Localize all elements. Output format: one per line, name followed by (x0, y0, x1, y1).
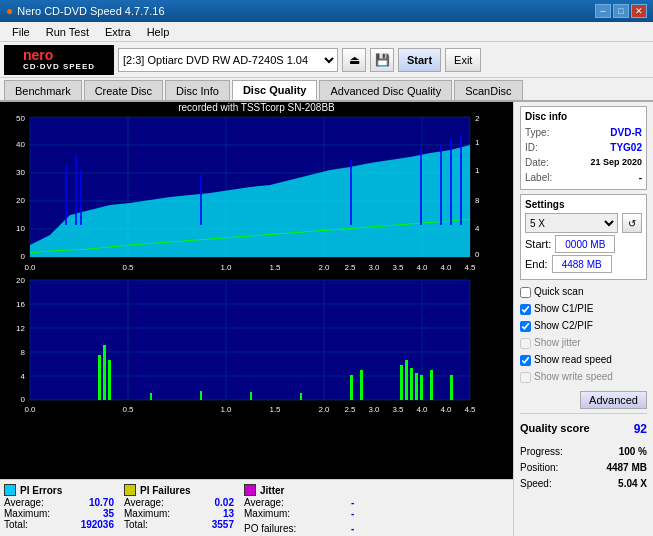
svg-rect-77 (200, 391, 202, 400)
tab-disc-quality[interactable]: Disc Quality (232, 80, 318, 100)
svg-rect-45 (30, 280, 470, 400)
svg-rect-74 (430, 370, 433, 400)
svg-text:2.5: 2.5 (344, 263, 356, 272)
maximize-button[interactable]: □ (613, 4, 629, 18)
svg-text:1.5: 1.5 (269, 405, 281, 414)
svg-rect-67 (350, 375, 353, 400)
drive-selector[interactable]: [2:3] Optiarc DVD RW AD-7240S 1.04 (118, 48, 338, 72)
show-read-speed-checkbox[interactable] (520, 355, 531, 366)
title-bar: ● Nero CD-DVD Speed 4.7.7.16 – □ ✕ (0, 0, 653, 22)
show-c2-checkbox[interactable] (520, 321, 531, 332)
jitter-label: Jitter (260, 485, 284, 496)
save-icon[interactable]: 💾 (370, 48, 394, 72)
jitter-max-value: - (304, 508, 354, 519)
svg-text:0.5: 0.5 (122, 405, 134, 414)
show-read-speed-label: Show read speed (534, 352, 612, 368)
start-mb-row: Start: (525, 235, 642, 253)
pi-errors-header: PI Errors (4, 484, 114, 496)
speed-selector[interactable]: 5 X (525, 213, 618, 233)
end-mb-row: End: (525, 255, 642, 273)
disc-type-value: DVD-R (610, 125, 642, 140)
svg-text:20: 20 (16, 196, 25, 205)
svg-rect-30 (420, 150, 422, 225)
disc-info-title: Disc info (525, 111, 642, 122)
close-button[interactable]: ✕ (631, 4, 647, 18)
disc-id-row: ID: TYG02 (525, 140, 642, 155)
svg-text:20: 20 (475, 115, 480, 123)
svg-text:0: 0 (21, 395, 26, 404)
start-mb-input[interactable] (555, 235, 615, 253)
pi-failures-stats: PI Failures Average: 0.02 Maximum: 13 To… (124, 484, 234, 534)
advanced-btn-container: Advanced (520, 389, 647, 409)
svg-rect-31 (440, 145, 442, 225)
jitter-color (244, 484, 256, 496)
pi-errors-total-value: 192036 (64, 519, 114, 530)
refresh-icon[interactable]: ↺ (622, 213, 642, 233)
end-mb-input[interactable] (552, 255, 612, 273)
menu-extra[interactable]: Extra (97, 24, 139, 40)
settings-section: Settings 5 X ↺ Start: End: (520, 194, 647, 280)
pi-errors-max-row: Maximum: 35 (4, 508, 114, 519)
tab-scandisc[interactable]: ScanDisc (454, 80, 522, 100)
pi-failures-total-label: Total: (124, 519, 148, 530)
speed-row: Speed: 5.04 X (520, 476, 647, 492)
pi-failures-header: PI Failures (124, 484, 234, 496)
position-row: Position: 4487 MB (520, 460, 647, 476)
disc-date-label: Date: (525, 155, 549, 170)
advanced-button[interactable]: Advanced (580, 391, 647, 409)
svg-text:12: 12 (475, 166, 480, 175)
svg-text:4.5: 4.5 (464, 405, 476, 414)
jitter-max-row: Maximum: - (244, 508, 354, 519)
svg-rect-33 (460, 135, 462, 225)
pi-errors-avg-value: 10.70 (64, 497, 114, 508)
tab-create-disc[interactable]: Create Disc (84, 80, 163, 100)
start-button[interactable]: Start (398, 48, 441, 72)
svg-rect-70 (405, 360, 408, 400)
menu-run-test[interactable]: Run Test (38, 24, 97, 40)
svg-text:0.5: 0.5 (122, 263, 134, 272)
tab-benchmark[interactable]: Benchmark (4, 80, 82, 100)
svg-text:1.0: 1.0 (220, 263, 232, 272)
speed-label: Speed: (520, 476, 552, 492)
show-c2-row: Show C2/PIF (520, 318, 647, 334)
svg-text:3.0: 3.0 (368, 405, 380, 414)
side-panel: Disc info Type: DVD-R ID: TYG02 Date: 21… (513, 102, 653, 536)
logo-line2: CD·DVD SPEED (23, 62, 95, 71)
pi-errors-max-label: Maximum: (4, 508, 50, 519)
menu-bar: File Run Test Extra Help (0, 22, 653, 42)
pi-failures-max-row: Maximum: 13 (124, 508, 234, 519)
speed-row: 5 X ↺ (525, 213, 642, 233)
eject-icon[interactable]: ⏏ (342, 48, 366, 72)
quick-scan-checkbox[interactable] (520, 287, 531, 298)
app-logo: nero CD·DVD SPEED (4, 45, 114, 75)
tab-disc-info[interactable]: Disc Info (165, 80, 230, 100)
svg-rect-65 (103, 345, 106, 400)
tab-advanced-disc-quality[interactable]: Advanced Disc Quality (319, 80, 452, 100)
svg-text:30: 30 (16, 168, 25, 177)
show-write-speed-label: Show write speed (534, 369, 613, 385)
svg-text:4.0: 4.0 (440, 263, 452, 272)
svg-text:4.5: 4.5 (464, 263, 476, 272)
po-failures-row: PO failures: - (244, 523, 354, 534)
svg-rect-26 (75, 155, 77, 225)
minimize-button[interactable]: – (595, 4, 611, 18)
menu-help[interactable]: Help (139, 24, 178, 40)
svg-text:0: 0 (475, 250, 480, 259)
svg-text:3.5: 3.5 (392, 405, 404, 414)
svg-text:10: 10 (16, 224, 25, 233)
jitter-header: Jitter (244, 484, 354, 496)
svg-text:4.0: 4.0 (416, 405, 428, 414)
svg-rect-32 (450, 140, 452, 225)
svg-rect-64 (98, 355, 101, 400)
show-write-speed-checkbox[interactable] (520, 372, 531, 383)
position-value: 4487 MB (606, 460, 647, 476)
pi-errors-total-label: Total: (4, 519, 28, 530)
show-jitter-checkbox[interactable] (520, 338, 531, 349)
quality-score-value: 92 (634, 422, 647, 436)
svg-rect-69 (400, 365, 403, 400)
exit-button[interactable]: Exit (445, 48, 481, 72)
menu-file[interactable]: File (4, 24, 38, 40)
pi-errors-total-row: Total: 192036 (4, 519, 114, 530)
svg-text:0: 0 (21, 252, 26, 261)
show-c1-checkbox[interactable] (520, 304, 531, 315)
